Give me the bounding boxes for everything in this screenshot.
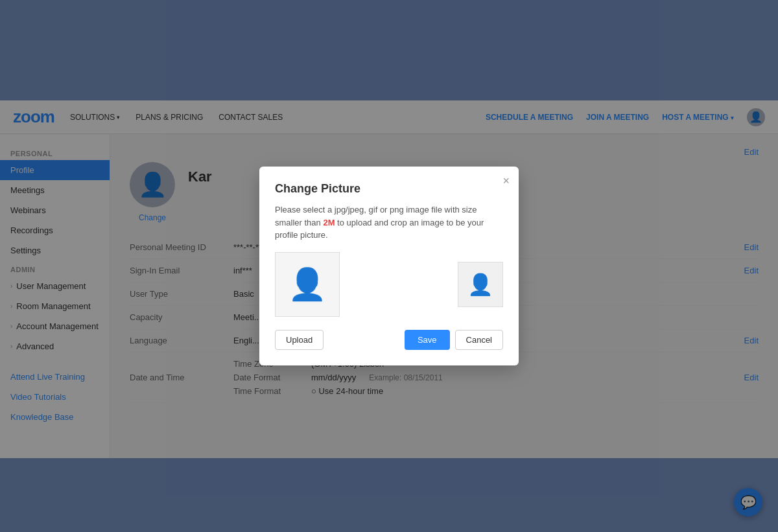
modal-buttons-right: Save Cancel xyxy=(405,330,503,350)
modal-close-button[interactable]: × xyxy=(502,174,510,188)
cancel-button[interactable]: Cancel xyxy=(455,330,503,350)
preview-person-icon: 👤 xyxy=(467,272,493,297)
modal-buttons: Upload Save Cancel xyxy=(275,330,503,350)
upload-button[interactable]: Upload xyxy=(275,330,324,350)
modal-description: Please select a jpg/jpeg, gif or png ima… xyxy=(275,203,503,242)
save-button[interactable]: Save xyxy=(405,330,450,350)
change-picture-modal: × Change Picture Please select a jpg/jpe… xyxy=(259,167,519,365)
modal-title: Change Picture xyxy=(275,182,503,196)
modal-overlay: × Change Picture Please select a jpg/jpe… xyxy=(0,0,778,532)
image-upload-box: 👤 xyxy=(275,252,340,317)
image-area: 👤 👤 xyxy=(275,252,503,317)
image-preview-box: 👤 xyxy=(458,262,503,307)
placeholder-person-icon: 👤 xyxy=(288,266,327,303)
